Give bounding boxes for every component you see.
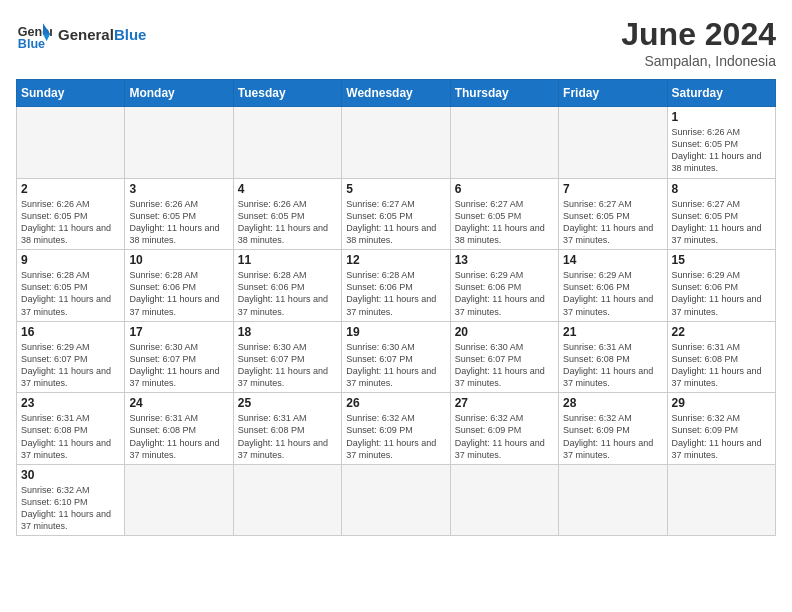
day-info: Sunrise: 6:29 AM Sunset: 6:06 PM Dayligh… — [563, 269, 662, 318]
calendar-cell: 7Sunrise: 6:27 AM Sunset: 6:05 PM Daylig… — [559, 178, 667, 250]
calendar-cell: 26Sunrise: 6:32 AM Sunset: 6:09 PM Dayli… — [342, 393, 450, 465]
day-info: Sunrise: 6:31 AM Sunset: 6:08 PM Dayligh… — [238, 412, 337, 461]
calendar-cell — [450, 107, 558, 179]
day-number: 2 — [21, 182, 120, 196]
day-info: Sunrise: 6:32 AM Sunset: 6:09 PM Dayligh… — [346, 412, 445, 461]
day-number: 18 — [238, 325, 337, 339]
calendar-cell: 30Sunrise: 6:32 AM Sunset: 6:10 PM Dayli… — [17, 464, 125, 536]
calendar-cell — [233, 464, 341, 536]
day-header-thursday: Thursday — [450, 80, 558, 107]
calendar-cell: 17Sunrise: 6:30 AM Sunset: 6:07 PM Dayli… — [125, 321, 233, 393]
calendar-cell: 9Sunrise: 6:28 AM Sunset: 6:05 PM Daylig… — [17, 250, 125, 322]
day-number: 14 — [563, 253, 662, 267]
day-number: 30 — [21, 468, 120, 482]
day-number: 28 — [563, 396, 662, 410]
day-info: Sunrise: 6:28 AM Sunset: 6:06 PM Dayligh… — [238, 269, 337, 318]
day-number: 27 — [455, 396, 554, 410]
day-number: 13 — [455, 253, 554, 267]
day-number: 23 — [21, 396, 120, 410]
calendar-cell: 22Sunrise: 6:31 AM Sunset: 6:08 PM Dayli… — [667, 321, 775, 393]
day-info: Sunrise: 6:26 AM Sunset: 6:05 PM Dayligh… — [238, 198, 337, 247]
calendar-cell: 20Sunrise: 6:30 AM Sunset: 6:07 PM Dayli… — [450, 321, 558, 393]
calendar-table: SundayMondayTuesdayWednesdayThursdayFrid… — [16, 79, 776, 536]
calendar-cell — [559, 107, 667, 179]
day-number: 17 — [129, 325, 228, 339]
calendar-cell: 3Sunrise: 6:26 AM Sunset: 6:05 PM Daylig… — [125, 178, 233, 250]
day-number: 16 — [21, 325, 120, 339]
day-number: 4 — [238, 182, 337, 196]
calendar-cell — [125, 107, 233, 179]
logo-icon: General Blue — [16, 16, 52, 52]
calendar-cell: 19Sunrise: 6:30 AM Sunset: 6:07 PM Dayli… — [342, 321, 450, 393]
logo: General Blue GeneralBlue — [16, 16, 146, 52]
calendar-cell — [233, 107, 341, 179]
day-info: Sunrise: 6:32 AM Sunset: 6:09 PM Dayligh… — [455, 412, 554, 461]
location-subtitle: Sampalan, Indonesia — [621, 53, 776, 69]
logo-general-text: GeneralBlue — [58, 26, 146, 43]
day-info: Sunrise: 6:32 AM Sunset: 6:10 PM Dayligh… — [21, 484, 120, 533]
calendar-week-row: 16Sunrise: 6:29 AM Sunset: 6:07 PM Dayli… — [17, 321, 776, 393]
month-title: June 2024 — [621, 16, 776, 53]
calendar-week-row: 2Sunrise: 6:26 AM Sunset: 6:05 PM Daylig… — [17, 178, 776, 250]
calendar-cell: 16Sunrise: 6:29 AM Sunset: 6:07 PM Dayli… — [17, 321, 125, 393]
day-header-wednesday: Wednesday — [342, 80, 450, 107]
day-number: 20 — [455, 325, 554, 339]
day-number: 9 — [21, 253, 120, 267]
calendar-cell — [667, 464, 775, 536]
calendar-week-row: 23Sunrise: 6:31 AM Sunset: 6:08 PM Dayli… — [17, 393, 776, 465]
calendar-cell: 15Sunrise: 6:29 AM Sunset: 6:06 PM Dayli… — [667, 250, 775, 322]
day-info: Sunrise: 6:31 AM Sunset: 6:08 PM Dayligh… — [563, 341, 662, 390]
day-number: 29 — [672, 396, 771, 410]
calendar-week-row: 1Sunrise: 6:26 AM Sunset: 6:05 PM Daylig… — [17, 107, 776, 179]
calendar-cell: 23Sunrise: 6:31 AM Sunset: 6:08 PM Dayli… — [17, 393, 125, 465]
calendar-cell — [342, 464, 450, 536]
calendar-cell: 14Sunrise: 6:29 AM Sunset: 6:06 PM Dayli… — [559, 250, 667, 322]
day-number: 19 — [346, 325, 445, 339]
day-info: Sunrise: 6:26 AM Sunset: 6:05 PM Dayligh… — [129, 198, 228, 247]
day-info: Sunrise: 6:26 AM Sunset: 6:05 PM Dayligh… — [672, 126, 771, 175]
day-header-sunday: Sunday — [17, 80, 125, 107]
day-number: 7 — [563, 182, 662, 196]
calendar-cell: 8Sunrise: 6:27 AM Sunset: 6:05 PM Daylig… — [667, 178, 775, 250]
calendar-week-row: 9Sunrise: 6:28 AM Sunset: 6:05 PM Daylig… — [17, 250, 776, 322]
calendar-cell: 13Sunrise: 6:29 AM Sunset: 6:06 PM Dayli… — [450, 250, 558, 322]
day-number: 10 — [129, 253, 228, 267]
day-header-friday: Friday — [559, 80, 667, 107]
calendar-cell: 4Sunrise: 6:26 AM Sunset: 6:05 PM Daylig… — [233, 178, 341, 250]
day-info: Sunrise: 6:30 AM Sunset: 6:07 PM Dayligh… — [346, 341, 445, 390]
title-area: June 2024 Sampalan, Indonesia — [621, 16, 776, 69]
calendar-cell — [125, 464, 233, 536]
calendar-cell: 28Sunrise: 6:32 AM Sunset: 6:09 PM Dayli… — [559, 393, 667, 465]
day-number: 3 — [129, 182, 228, 196]
day-info: Sunrise: 6:27 AM Sunset: 6:05 PM Dayligh… — [563, 198, 662, 247]
calendar-cell: 12Sunrise: 6:28 AM Sunset: 6:06 PM Dayli… — [342, 250, 450, 322]
day-info: Sunrise: 6:30 AM Sunset: 6:07 PM Dayligh… — [129, 341, 228, 390]
calendar-cell — [450, 464, 558, 536]
day-info: Sunrise: 6:27 AM Sunset: 6:05 PM Dayligh… — [455, 198, 554, 247]
day-info: Sunrise: 6:30 AM Sunset: 6:07 PM Dayligh… — [238, 341, 337, 390]
calendar-cell: 6Sunrise: 6:27 AM Sunset: 6:05 PM Daylig… — [450, 178, 558, 250]
calendar-cell: 10Sunrise: 6:28 AM Sunset: 6:06 PM Dayli… — [125, 250, 233, 322]
calendar-cell: 5Sunrise: 6:27 AM Sunset: 6:05 PM Daylig… — [342, 178, 450, 250]
day-number: 12 — [346, 253, 445, 267]
calendar-cell: 29Sunrise: 6:32 AM Sunset: 6:09 PM Dayli… — [667, 393, 775, 465]
day-info: Sunrise: 6:28 AM Sunset: 6:06 PM Dayligh… — [129, 269, 228, 318]
calendar-cell — [17, 107, 125, 179]
calendar-cell: 24Sunrise: 6:31 AM Sunset: 6:08 PM Dayli… — [125, 393, 233, 465]
day-number: 24 — [129, 396, 228, 410]
calendar-cell — [559, 464, 667, 536]
day-info: Sunrise: 6:28 AM Sunset: 6:06 PM Dayligh… — [346, 269, 445, 318]
calendar-cell: 18Sunrise: 6:30 AM Sunset: 6:07 PM Dayli… — [233, 321, 341, 393]
day-info: Sunrise: 6:29 AM Sunset: 6:06 PM Dayligh… — [672, 269, 771, 318]
calendar-cell: 1Sunrise: 6:26 AM Sunset: 6:05 PM Daylig… — [667, 107, 775, 179]
calendar-cell: 21Sunrise: 6:31 AM Sunset: 6:08 PM Dayli… — [559, 321, 667, 393]
day-info: Sunrise: 6:27 AM Sunset: 6:05 PM Dayligh… — [346, 198, 445, 247]
day-info: Sunrise: 6:31 AM Sunset: 6:08 PM Dayligh… — [129, 412, 228, 461]
day-number: 1 — [672, 110, 771, 124]
day-info: Sunrise: 6:29 AM Sunset: 6:06 PM Dayligh… — [455, 269, 554, 318]
day-number: 25 — [238, 396, 337, 410]
day-number: 11 — [238, 253, 337, 267]
calendar-header-row: SundayMondayTuesdayWednesdayThursdayFrid… — [17, 80, 776, 107]
calendar-cell: 25Sunrise: 6:31 AM Sunset: 6:08 PM Dayli… — [233, 393, 341, 465]
day-number: 21 — [563, 325, 662, 339]
